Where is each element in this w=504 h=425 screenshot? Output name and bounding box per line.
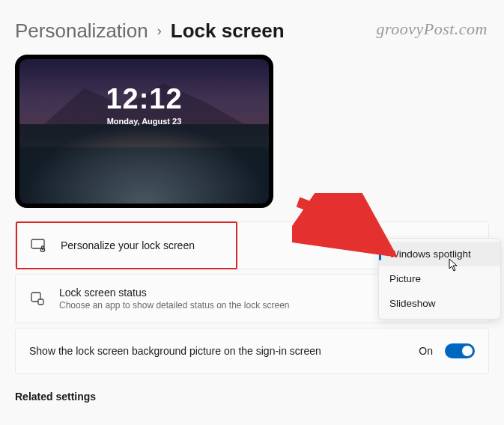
dropdown-option-slideshow[interactable]: Slideshow — [379, 291, 500, 316]
lock-screen-preview: 12:12 Monday, August 23 — [15, 55, 273, 208]
dropdown-option-spotlight[interactable]: Windows spotlight — [379, 242, 500, 266]
chevron-right-icon: › — [157, 23, 162, 39]
personalize-title: Personalize your lock screen — [61, 239, 222, 251]
signin-title: Show the lock screen background picture … — [29, 345, 413, 357]
related-settings-heading: Related settings — [15, 391, 489, 403]
svg-rect-4 — [38, 299, 43, 305]
dropdown-option-picture[interactable]: Picture — [379, 266, 500, 291]
breadcrumb-parent[interactable]: Personalization — [15, 19, 148, 43]
breadcrumb-current: Lock screen — [171, 19, 285, 43]
personalize-highlight[interactable]: Personalize your lock screen — [16, 221, 237, 269]
signin-toggle[interactable] — [445, 343, 475, 358]
app-status-icon — [29, 290, 46, 307]
signin-value: On — [419, 345, 433, 357]
preview-time: 12:12 — [19, 83, 269, 115]
watermark: groovyPost.com — [376, 19, 488, 39]
svg-rect-0 — [31, 239, 44, 248]
monitor-lock-icon — [31, 237, 47, 254]
signin-background-row: Show the lock screen background picture … — [15, 328, 489, 374]
personalize-dropdown[interactable]: Windows spotlight Picture Slideshow — [378, 238, 501, 319]
preview-date: Monday, August 23 — [19, 117, 269, 126]
